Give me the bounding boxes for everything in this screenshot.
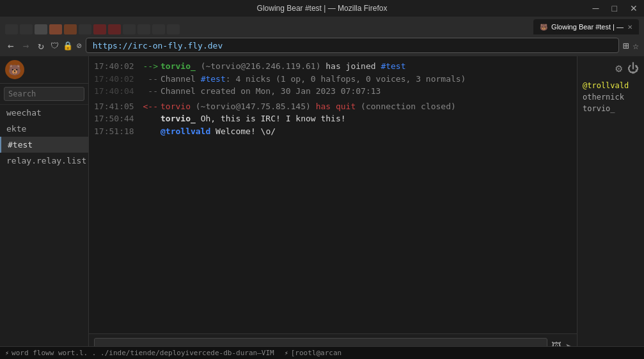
chat-line: 17:40:04 -- Channel created on Mon, 30 J…: [94, 85, 572, 98]
timestamp: 17:40:04: [94, 85, 137, 98]
tab-thumb[interactable]: [79, 24, 91, 34]
chat-area: 17:40:02 --> torvio_ (~torvio@216.246.11…: [89, 56, 577, 333]
tab-thumb[interactable]: [108, 24, 121, 34]
bookmark-star-icon[interactable]: ☆: [632, 40, 639, 52]
nick-entry-trollvald: @trollvald: [577, 80, 644, 91]
sidebar-item-weechat[interactable]: weechat: [0, 105, 88, 121]
settings-icon[interactable]: ⚙: [615, 61, 622, 75]
tabs-icon[interactable]: ⊞: [623, 40, 629, 52]
message-content: @trollvald Welcome! \o/: [161, 125, 276, 138]
nick-entry-othernick: othernick: [577, 91, 644, 103]
timestamp: 17:40:02: [94, 60, 137, 73]
search-input[interactable]: [4, 87, 84, 101]
tab-thumb[interactable]: [152, 24, 165, 34]
tab-close-icon[interactable]: ✕: [627, 24, 632, 31]
chat-line: 17:50:44 torvio_ Oh, this is IRC! I know…: [94, 112, 572, 125]
tab-thumb[interactable]: [137, 24, 150, 34]
power-icon[interactable]: ⏻: [627, 61, 639, 75]
message-content: Channel created on Mon, 30 Jan 2023 07:0…: [161, 85, 381, 98]
nicklist: ⚙ ⏻ @trollvald othernick torvio_: [577, 56, 644, 359]
timestamp: 17:40:02: [94, 73, 137, 86]
nav-bar: ← → ↻ 🛡 🔒 ⊘ https://irc-on-fly.fly.dev ⊞…: [0, 34, 644, 56]
tab-thumb[interactable]: [20, 24, 33, 34]
sidebar-item-test[interactable]: #test: [0, 137, 88, 153]
taskbar-item-2[interactable]: ⚡ [rootl@arcan: [285, 349, 342, 357]
title-bar: Glowing Bear #test | — Mozilla Firefox ─…: [0, 0, 644, 17]
tab-thumb[interactable]: [64, 24, 77, 34]
sidebar: 🐻 weechat ekte #test relay.relay.list: [0, 56, 89, 359]
search-container: [0, 84, 88, 105]
taskbar-item-1[interactable]: ⚡ word floww wort.l. . ./inde/tiende/dep…: [5, 349, 274, 357]
camera-icon: ⊘: [77, 41, 82, 50]
avatar: 🐻: [5, 60, 24, 79]
active-tab[interactable]: 🐻 Glowing Bear #test | — ✕: [533, 19, 639, 34]
tabs-bar: 🐻 Glowing Bear #test | — ✕: [0, 17, 644, 34]
address-bar[interactable]: https://irc-on-fly.fly.dev: [86, 38, 619, 53]
message-content: torvio_ (~torvio@216.246.119.61) has joi…: [161, 60, 406, 73]
tab-thumb[interactable]: [167, 24, 180, 34]
chat-line: 17:40:02 -- Channel #test: 4 nicks (1 op…: [94, 73, 572, 86]
reload-button[interactable]: ↻: [35, 38, 47, 53]
message-content: torvio (~torvio@147.75.85.145) has quit …: [161, 100, 456, 113]
chat-line: 17:51:18 @trollvald Welcome! \o/: [94, 125, 572, 138]
nicklist-icons: ⚙ ⏻: [577, 59, 644, 77]
sidebar-item-relay-relay-list[interactable]: relay.relay.list: [0, 153, 88, 169]
minimize-btn[interactable]: ─: [586, 3, 606, 13]
chat-line: 17:41:05 <-- torvio (~torvio@147.75.85.1…: [94, 100, 572, 113]
url-text: https://irc-on-fly.fly.dev: [93, 41, 223, 50]
chat-panel: 17:40:02 --> torvio_ (~torvio@216.246.11…: [89, 56, 577, 359]
message-content: Channel #test: 4 nicks (1 op, 0 halfops,…: [161, 73, 466, 86]
close-btn[interactable]: ✕: [624, 3, 644, 13]
forward-button[interactable]: →: [20, 38, 32, 53]
lock-icon: 🔒: [63, 41, 73, 50]
sidebar-item-ekte[interactable]: ekte: [0, 121, 88, 137]
timestamp: 17:51:18: [94, 125, 137, 138]
sidebar-items: weechat ekte #test relay.relay.list: [0, 105, 88, 359]
taskbar: ⚡ word floww wort.l. . ./inde/tiende/dep…: [0, 346, 644, 359]
nick-entry-torvio: torvio_: [577, 103, 644, 114]
chat-line: 17:40:02 --> torvio_ (~torvio@216.246.11…: [94, 60, 572, 73]
sidebar-header: 🐻: [0, 56, 88, 84]
join-arrow: -->: [140, 60, 158, 73]
info-arrow: --: [140, 85, 158, 98]
message-content: torvio_ Oh, this is IRC! I know this!: [161, 112, 346, 125]
tab-thumb[interactable]: [123, 24, 136, 34]
maximize-btn[interactable]: □: [606, 3, 624, 13]
tab-thumb[interactable]: [93, 24, 106, 34]
active-tab-label: Glowing Bear #test | —: [551, 23, 624, 31]
info-arrow: --: [140, 73, 158, 86]
tab-thumb[interactable]: [35, 24, 47, 34]
timestamp: 17:50:44: [94, 112, 137, 125]
tab-thumb[interactable]: [5, 24, 18, 34]
back-button[interactable]: ←: [5, 38, 17, 53]
timestamp: 17:41:05: [94, 100, 137, 113]
window-title: Glowing Bear #test | — Mozilla Firefox: [257, 4, 388, 13]
tab-thumb[interactable]: [49, 24, 62, 34]
shield-icon: 🛡: [51, 41, 59, 50]
quit-arrow: <--: [140, 100, 158, 113]
